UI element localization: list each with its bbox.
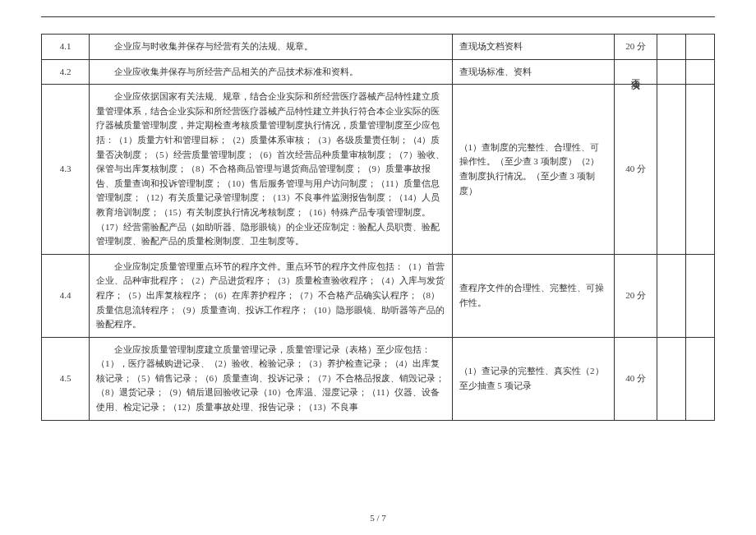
blank-cell <box>686 59 715 85</box>
row-method: 查现场文档资料 <box>452 35 614 60</box>
content-text: 企业应制定质量管理重点环节的程序文件。重点环节的程序文件应包括：（1）首营企业、… <box>96 260 445 332</box>
blank-cell <box>657 35 686 60</box>
content-text: 企业应收集并保存与所经营产品相关的产品技术标准和资料。 <box>96 65 445 80</box>
row-score: 否决项 <box>615 59 657 85</box>
row-method: 查现场标准、资料 <box>452 59 614 85</box>
row-method: 查程序文件的合理性、完整性、可操作性。 <box>452 254 614 337</box>
blank-cell <box>686 254 715 337</box>
table-row: 4.5 企业应按质量管理制度建立质量管理记录，质量管理记录（表格）至少应包括：（… <box>42 337 715 420</box>
blank-cell <box>657 85 686 255</box>
blank-cell <box>657 59 686 85</box>
row-number: 4.4 <box>42 254 90 337</box>
row-content: 企业应收集并保存与所经营产品相关的产品技术标准和资料。 <box>90 59 452 85</box>
table-row: 4.2 企业应收集并保存与所经营产品相关的产品技术标准和资料。 查现场标准、资料… <box>42 59 715 85</box>
blank-cell <box>657 254 686 337</box>
table-row: 4.3 企业应依据国家有关法规、规章，结合企业实际和所经营医疗器械产品特性建立质… <box>42 85 715 255</box>
content-text: 企业应按质量管理制度建立质量管理记录，质量管理记录（表格）至少应包括：（1），医… <box>96 343 445 415</box>
content-text: 企业应与时收集并保存与经营有关的法规、规章。 <box>96 39 445 54</box>
blank-cell <box>686 337 715 420</box>
row-score: 40 分 <box>615 337 657 420</box>
row-number: 4.3 <box>42 85 90 255</box>
row-score: 40 分 <box>615 85 657 255</box>
page-top-divider <box>41 16 715 17</box>
row-score: 20 分 <box>615 254 657 337</box>
row-content: 企业应按质量管理制度建立质量管理记录，质量管理记录（表格）至少应包括：（1），医… <box>90 337 452 420</box>
row-content: 企业应与时收集并保存与经营有关的法规、规章。 <box>90 35 452 60</box>
row-method: （1）查记录的完整性、真实性（2）至少抽查 5 项记录 <box>452 337 614 420</box>
content-text: 企业应依据国家有关法规、规章，结合企业实际和所经营医疗器械产品特性建立质量管理体… <box>96 90 445 249</box>
blank-cell <box>686 85 715 255</box>
score-vertical: 否决项 <box>629 72 643 75</box>
row-score: 20 分 <box>615 35 657 60</box>
row-content: 企业应制定质量管理重点环节的程序文件。重点环节的程序文件应包括：（1）首营企业、… <box>90 254 452 337</box>
table-row: 4.1 企业应与时收集并保存与经营有关的法规、规章。 查现场文档资料 20 分 <box>42 35 715 60</box>
standards-table: 4.1 企业应与时收集并保存与经营有关的法规、规章。 查现场文档资料 20 分 … <box>41 34 715 421</box>
page-footer: 5 / 7 <box>0 513 756 523</box>
blank-cell <box>686 35 715 60</box>
row-content: 企业应依据国家有关法规、规章，结合企业实际和所经营医疗器械产品特性建立质量管理体… <box>90 85 452 255</box>
row-method: （1）查制度的完整性、合理性、可操作性。（至少查 3 项制度）（2）查制度执行情… <box>452 85 614 255</box>
row-number: 4.2 <box>42 59 90 85</box>
table-row: 4.4 企业应制定质量管理重点环节的程序文件。重点环节的程序文件应包括：（1）首… <box>42 254 715 337</box>
blank-cell <box>657 337 686 420</box>
row-number: 4.1 <box>42 35 90 60</box>
row-number: 4.5 <box>42 337 90 420</box>
